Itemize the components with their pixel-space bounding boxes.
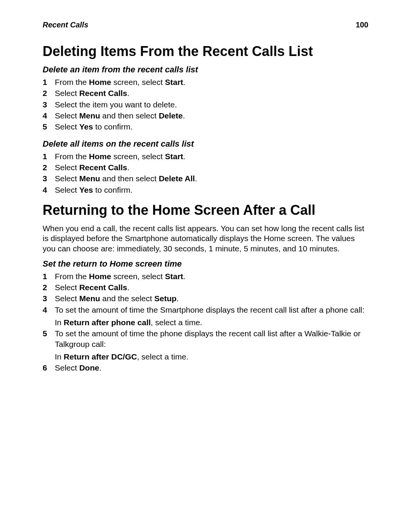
step: To set the amount of time the phone disp… xyxy=(43,328,368,362)
step: From the Home screen, select Start. xyxy=(43,271,368,281)
step: Select Recent Calls. xyxy=(43,88,368,98)
subhead-delete-all: Delete all items on the recent calls lis… xyxy=(43,139,368,149)
subhead-delete-item: Delete an item from the recent calls lis… xyxy=(43,65,368,75)
heading-deleting-items: Deleting Items From the Recent Calls Lis… xyxy=(43,43,368,59)
steps-delete-all: From the Home screen, select Start.Selec… xyxy=(43,151,368,195)
steps-set-return-time: From the Home screen, select Start.Selec… xyxy=(43,271,368,373)
step: Select Yes to confirm. xyxy=(43,185,368,195)
step: Select the item you want to delete. xyxy=(43,99,368,110)
step: To set the amount of time the Smartphone… xyxy=(43,305,368,328)
steps-delete-item: From the Home screen, select Start.Selec… xyxy=(43,77,368,132)
step: Select Recent Calls. xyxy=(43,282,368,292)
intro-paragraph: When you end a call, the recent calls li… xyxy=(43,224,368,254)
section-name: Recent Calls xyxy=(43,21,88,29)
step: Select Menu and then select Delete. xyxy=(43,110,368,121)
page-header: Recent Calls 100 xyxy=(43,21,368,29)
step: Select Yes to confirm. xyxy=(43,121,368,132)
step: Select Menu and then select Delete All. xyxy=(43,173,368,184)
step: From the Home screen, select Start. xyxy=(43,77,368,87)
subhead-set-return-time: Set the return to Home screen time xyxy=(43,259,368,269)
page-number: 100 xyxy=(356,21,368,29)
step: Select Done. xyxy=(43,363,368,373)
page: Recent Calls 100 Deleting Items From the… xyxy=(0,0,411,532)
step: From the Home screen, select Start. xyxy=(43,151,368,161)
step: Select Recent Calls. xyxy=(43,162,368,173)
heading-returning-home: Returning to the Home Screen After a Cal… xyxy=(43,202,368,218)
step: Select Menu and the select Setup. xyxy=(43,293,368,304)
